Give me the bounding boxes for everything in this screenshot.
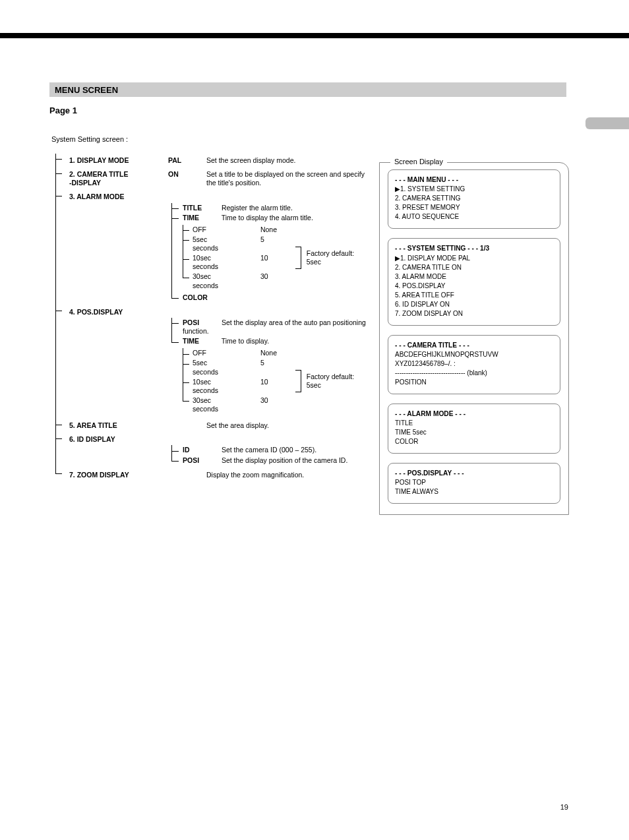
shot-line: 4. AUTO SEQUENCE — [395, 212, 553, 222]
option-row: 10sec 10 seconds — [183, 377, 291, 396]
page-number: 19 — [560, 803, 568, 811]
shot-line: TIME ALWAYS — [395, 487, 553, 496]
opt-desc: None — [260, 225, 277, 233]
opt-val: 10sec — [193, 378, 258, 386]
shot-title: - - - ALARM MODE - - - — [395, 409, 553, 419]
item-desc: Set the screen display mode. — [204, 156, 368, 165]
sub-row: POSI Set the display position of the cam… — [172, 456, 368, 465]
item-name: 6. ID DISPLAY — [69, 435, 168, 444]
section-bar-label: MENU SCREEN — [55, 85, 118, 95]
shot-line: 4. POS.DISPLAY — [395, 282, 553, 291]
sub-desc: Set the display position of the camera I… — [222, 456, 347, 464]
section-bar: MENU SCREEN — [49, 82, 566, 97]
intro-label: System Setting screen : — [51, 135, 128, 143]
sub-desc: Set the camera ID (000 – 255). — [222, 446, 316, 454]
sub-desc: Register the alarm title. — [222, 204, 293, 212]
item-desc: Display the zoom magnification. — [204, 471, 368, 479]
option-row: 30sec 30 seconds — [183, 396, 291, 414]
sub-label: POSI — [183, 456, 220, 465]
shot-line: TITLE — [395, 419, 553, 428]
top-rule — [0, 33, 629, 38]
sub-row: ID Set the camera ID (000 – 255). — [172, 445, 368, 455]
shot-line: -------------------------------- (blank) — [395, 369, 553, 378]
shot-line: XYZ0123456789–/. : — [395, 359, 553, 369]
shot-line: 5. AREA TITLE OFF — [395, 291, 553, 300]
item-desc: Set the area display. — [204, 421, 368, 430]
shot-line: 7. ZOOM DISPLAY ON — [395, 309, 553, 318]
item-name: 5. AREA TITLE — [69, 421, 168, 430]
shot-line: POSITION — [395, 378, 553, 387]
sub-label: ID — [183, 446, 220, 454]
shot-line: ▶1. DISPLAY MODE PAL — [395, 254, 553, 263]
page-subtitle: Page 1 — [49, 105, 77, 115]
option-row: 5sec 5 seconds — [183, 358, 291, 376]
tree-row: 6. ID DISPLAY ID Set the camera ID (000 … — [63, 433, 368, 467]
screenshots-panel: Screen Display - - - MAIN MENU - - - ▶1.… — [379, 162, 569, 515]
shot-title: - - - POS.DISPLAY - - - — [395, 469, 553, 478]
sub-row: TIME Time to display. OFF None 5sec 5 — [172, 336, 368, 416]
shot-line: TIME 5sec — [395, 428, 553, 437]
shot-line: ▶1. SYSTEM SETTING — [395, 185, 553, 194]
screens-title: Screen Display — [390, 158, 447, 165]
osd-screenshot: - - - MAIN MENU - - - ▶1. SYSTEM SETTING… — [388, 169, 560, 229]
sub-label: TIME — [183, 337, 220, 345]
sub-row: TITLE Register the alarm title. — [172, 203, 368, 213]
bracket-note: Factory default: 5sec — [301, 249, 368, 266]
tree-row: 3. ALARM MODE TITLE Register the alarm t… — [63, 190, 368, 305]
item-name: 4. POS.DISPLAY — [69, 308, 168, 316]
shot-line: COLOR — [395, 437, 553, 446]
item-name: 7. ZOOM DISPLAY — [69, 471, 168, 479]
item-name: 1. DISPLAY MODE — [69, 156, 168, 165]
opt-val: 5sec — [193, 359, 258, 367]
item-desc: Set a title to be displayed on the scree… — [204, 170, 368, 187]
option-row: OFF None — [183, 225, 291, 235]
opt-val: 10sec — [193, 254, 258, 262]
option-row: 10sec 10 seconds — [183, 253, 291, 272]
sub-row: POSI Set the display area of the auto pa… — [172, 318, 368, 336]
opt-val: 5sec — [193, 235, 258, 244]
bracket-icon — [293, 247, 301, 269]
settings-tree: 1. DISPLAY MODE PAL Set the screen displ… — [51, 154, 368, 482]
shot-line: POSI TOP — [395, 478, 553, 487]
item-name: 3. ALARM MODE — [69, 193, 168, 201]
opt-desc: None — [260, 349, 277, 357]
option-row: 30sec 30 seconds — [183, 272, 291, 290]
item-name: 2. CAMERA TITLE -DISPLAY — [69, 170, 168, 187]
side-tab — [585, 117, 629, 129]
sub-desc: Time to display the alarm title. — [222, 214, 313, 222]
shot-line: 6. ID DISPLAY ON — [395, 300, 553, 309]
sub-desc: Time to display. — [222, 337, 269, 345]
bracket-note: Factory default: 5sec — [301, 373, 368, 390]
sub-row: TIME Time to display the alarm title. OF… — [172, 213, 368, 293]
tree-row: 2. CAMERA TITLE -DISPLAY ON Set a title … — [63, 167, 368, 190]
opt-val: 30sec — [193, 272, 258, 281]
shot-title: - - - CAMERA TITLE - - - — [395, 341, 553, 350]
sub-label: TITLE — [183, 204, 220, 212]
sub-label: COLOR — [183, 293, 220, 302]
osd-screenshot: - - - SYSTEM SETTING - - - 1/3 ▶1. DISPL… — [388, 238, 560, 325]
option-row: 5sec 5 seconds — [183, 235, 291, 253]
osd-screenshot: - - - CAMERA TITLE - - - ABCDEFGHIJKLMNO… — [388, 335, 560, 394]
tree-row: 1. DISPLAY MODE PAL Set the screen displ… — [63, 154, 368, 167]
shot-line: 3. PRESET MEMORY — [395, 203, 553, 212]
manual-page: MENU SCREEN Page 1 System Setting screen… — [0, 0, 629, 840]
opt-val: OFF — [193, 225, 258, 234]
sub-label: TIME — [183, 214, 220, 222]
shot-line: 2. CAMERA SETTING — [395, 194, 553, 203]
shot-line: 3. ALARM MODE — [395, 272, 553, 282]
shot-line: 2. CAMERA TITLE ON — [395, 263, 553, 272]
shot-line: ABCDEFGHIJKLMNOPQRSTUVW — [395, 350, 553, 359]
item-status: ON — [168, 170, 204, 179]
bracket-icon — [293, 370, 301, 392]
opt-val: OFF — [193, 349, 258, 357]
opt-val: 30sec — [193, 396, 258, 405]
osd-screenshot: - - - POS.DISPLAY - - - POSI TOP TIME AL… — [388, 463, 560, 504]
item-status: PAL — [168, 156, 204, 165]
sub-label: POSI — [183, 318, 220, 327]
shot-title: - - - SYSTEM SETTING - - - 1/3 — [395, 244, 553, 253]
option-row: OFF None — [183, 348, 291, 358]
tree-row: 7. ZOOM DISPLAY Display the zoom magnifi… — [63, 468, 368, 482]
tree-row: 4. POS.DISPLAY POSI Set the display area… — [63, 305, 368, 419]
sub-row: COLOR — [172, 293, 368, 303]
shot-title: - - - MAIN MENU - - - — [395, 175, 553, 185]
